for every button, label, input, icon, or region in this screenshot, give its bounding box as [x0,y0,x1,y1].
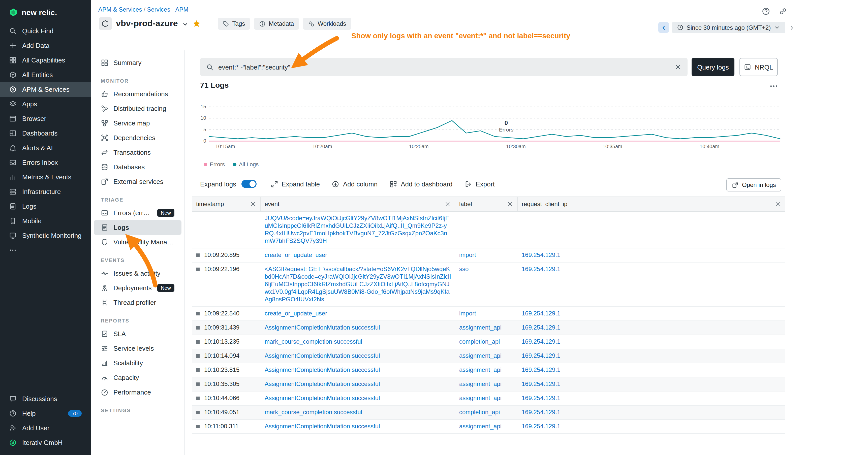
table-row[interactable]: 10:10:44.066AssignmentCompletionMutation… [192,391,785,405]
entity-nav-item-summary[interactable]: Summary [94,56,182,70]
cell-label-link[interactable]: assignment_api [459,423,501,430]
sidebar-item-metrics-events[interactable]: Metrics & Events [0,170,91,185]
entity-nav-item-scalability[interactable]: Scalability [94,356,182,370]
cell-ip-link[interactable]: 169.254.129.1 [522,338,560,345]
query-logs-button[interactable]: Query logs [691,58,735,76]
expand-logs-toggle[interactable] [241,180,256,188]
entity-nav-item-performance[interactable]: Performance [94,385,182,399]
sidebar-item-apm-services[interactable]: APM & Services [0,82,91,97]
entity-nav-item-thread-profiler[interactable]: Thread profiler [94,295,182,310]
sidebar-item-errors-inbox[interactable]: Errors Inbox [0,155,91,170]
cell-ip-link[interactable]: 169.254.129.1 [522,310,560,317]
new-relic-logo[interactable]: new relic. [0,0,91,24]
cell-ip-link[interactable]: 169.254.129.1 [522,324,560,331]
cell-label-link[interactable]: assignment_api [459,381,501,388]
entity-nav-item-errors-inbox[interactable]: Errors (errors inb...New [94,205,182,220]
sidebar-item-account[interactable]: Iterativ GmbH [0,435,91,450]
log-query-input[interactable]: event:* -"label":"security" [200,58,687,76]
sidebar-item-help[interactable]: Help70 [0,406,91,421]
sidebar-item-dashboards[interactable]: Dashboards [0,126,91,140]
cell-event-link[interactable]: AssignmentCompletionMutation successful [265,366,380,373]
entity-nav-item-recommendations[interactable]: Recommendations [94,87,182,101]
cell-event-link[interactable]: AssignmentCompletionMutation successful [265,381,380,388]
permalink-icon[interactable] [779,7,787,15]
cell-ip-link[interactable]: 169.254.129.1 [522,394,560,401]
column-close-icon[interactable] [507,201,513,207]
entity-nav-item-databases[interactable]: Databases [94,160,182,174]
cell-event-link[interactable]: mark_course_completion successful [265,409,362,416]
time-range-button[interactable]: Since 30 minutes ago (GMT+2) [672,22,785,33]
time-forward-button[interactable] [788,24,795,31]
entity-nav-item-logs[interactable]: Logs [94,220,182,235]
sidebar-item-add-data[interactable]: Add Data [0,38,91,53]
cell-ip-link[interactable]: 169.254.129.1 [522,252,560,259]
add-to-dashboard-button[interactable]: Add to dashboard [390,180,453,188]
cell-event-link[interactable]: create_or_update_user [265,310,327,317]
sidebar-item-quick-find[interactable]: Quick Find [0,24,91,38]
cell-label-link[interactable]: assignment_api [459,352,501,359]
sidebar-item-infrastructure[interactable]: Infrastructure [0,185,91,199]
expand-table-button[interactable]: Expand table [271,180,320,188]
cell-label-link[interactable]: completion_api [459,338,500,345]
help-circle-icon[interactable] [762,7,770,15]
column-header-timestamp[interactable]: timestamp [192,197,260,211]
cell-label-link[interactable]: assignment_api [459,394,501,401]
entity-chevron-down-icon[interactable] [182,21,188,27]
tags-button[interactable]: Tags [218,18,250,30]
sidebar-item-browser[interactable]: Browser [0,111,91,126]
sidebar-item-discussions[interactable]: Discussions [0,391,91,406]
sidebar-item-more[interactable] [0,243,91,258]
nrql-button[interactable]: NRQL [740,58,778,76]
table-row[interactable]: 10:09:22.540create_or_update_userimport1… [192,307,785,321]
workloads-button[interactable]: Workloads [303,18,351,30]
cell-ip-link[interactable]: 169.254.129.1 [522,409,560,416]
column-close-icon[interactable] [444,201,451,207]
cell-event-link[interactable]: AssignmentCompletionMutation successful [265,423,380,430]
cell-event-link[interactable]: JUQVU&code=eyJraWQiOiJjcGltY29yZV8wOTI1M… [265,215,450,245]
entity-nav-item-vulnerability-management[interactable]: Vulnerability Management [94,235,182,250]
sidebar-item-all-capabilities[interactable]: All Capabilities [0,53,91,67]
cell-ip-link[interactable]: 169.254.129.1 [522,381,560,388]
table-row[interactable]: 10:10:14.094AssignmentCompletionMutation… [192,349,785,363]
entity-nav-item-service-levels[interactable]: Service levels [94,341,182,356]
entity-nav-item-capacity[interactable]: Capacity [94,370,182,385]
cell-label-link[interactable]: completion_api [459,409,500,416]
sidebar-item-mobile[interactable]: Mobile [0,214,91,228]
cell-event-link[interactable]: AssignmentCompletionMutation successful [265,324,380,331]
column-close-icon[interactable] [775,201,781,207]
cell-event-link[interactable]: <ASGIRequest: GET '/sso/callback/?state=… [265,265,451,303]
time-back-button[interactable] [658,22,669,33]
cell-ip-link[interactable]: 169.254.129.1 [522,423,560,430]
column-header-request_client_ip[interactable]: request_client_ip [518,197,785,211]
cell-label-link[interactable]: sso [459,265,468,272]
entity-nav-item-service-map[interactable]: Service map [94,116,182,130]
cell-event-link[interactable]: AssignmentCompletionMutation successful [265,352,380,359]
cell-event-link[interactable]: AssignmentCompletionMutation successful [265,394,380,401]
cell-label-link[interactable]: assignment_api [459,324,501,331]
favorite-star-icon[interactable] [192,20,200,28]
add-column-button[interactable]: Add column [332,180,377,188]
sidebar-item-synthetic-monitoring[interactable]: Synthetic Monitoring [0,228,91,243]
entity-nav-item-issues-activity[interactable]: Issues & activity [94,266,182,281]
sidebar-item-all-entities[interactable]: All Entities [0,67,91,82]
column-header-event[interactable]: event [260,197,455,211]
column-close-icon[interactable] [250,201,256,207]
metadata-button[interactable]: Metadata [254,18,299,30]
cell-ip-link[interactable]: 169.254.129.1 [522,366,560,373]
table-row[interactable]: 10:10:35.305AssignmentCompletionMutation… [192,378,785,391]
table-row[interactable]: 10:10:13.235mark_course_completion succe… [192,335,785,349]
sidebar-item-alerts-ai[interactable]: Alerts & AI [0,140,91,155]
entity-nav-item-sla[interactable]: SLA [94,326,182,341]
table-row[interactable]: 10:09:22.196<ASGIRequest: GET '/sso/call… [192,262,785,307]
table-row[interactable]: 10:09:31.439AssignmentCompletionMutation… [192,321,785,335]
cell-label-link[interactable]: import [459,310,476,317]
table-row[interactable]: 10:10:23.815AssignmentCompletionMutation… [192,363,785,378]
column-header-label[interactable]: label [455,197,518,211]
table-row[interactable]: JUQVU&code=eyJraWQiOiJjcGltY29yZV8wOTI1M… [192,212,785,249]
chart-menu-ellipsis-icon[interactable] [769,82,778,91]
entity-nav-item-transactions[interactable]: Transactions [94,145,182,160]
entity-nav-item-deployments[interactable]: DeploymentsNew [94,281,182,295]
breadcrumb-link-apm[interactable]: APM & Services [98,6,142,13]
sidebar-item-apps[interactable]: Apps [0,97,91,111]
table-row[interactable]: 10:11:00.311AssignmentCompletionMutation… [192,420,785,434]
